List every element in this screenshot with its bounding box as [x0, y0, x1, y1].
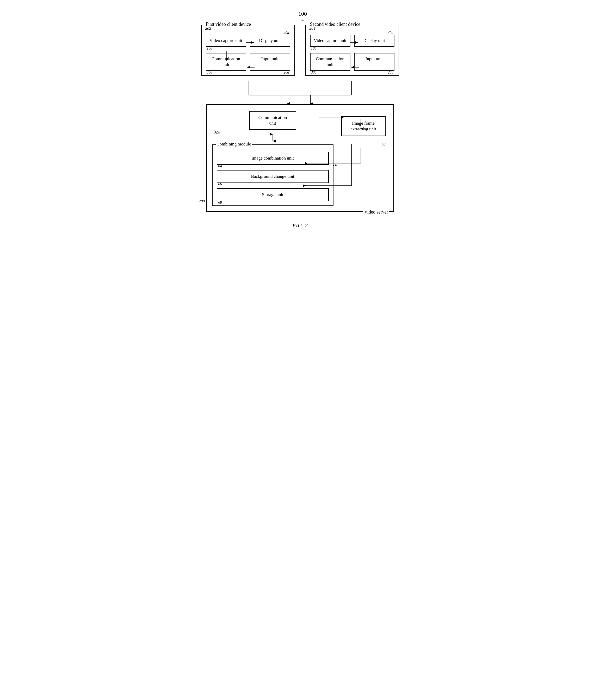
client-box-first: First video client device 202 Video capt…	[201, 25, 295, 75]
num-30b: 30b	[311, 70, 316, 75]
video-capture-a: Video capture unit 10a	[206, 35, 246, 47]
double-arrow-svg	[270, 134, 276, 142]
image-frame-unit: Image frame extracting unit	[341, 116, 386, 136]
client-box-second: Second video client device 204 Video cap…	[305, 25, 399, 75]
server-title: Video server	[363, 209, 389, 215]
comm-b: Communication unit 30b	[310, 53, 350, 71]
client1-ref-num: 202	[205, 26, 211, 31]
client2-ref-num: 204	[310, 26, 315, 31]
num-68: 68	[218, 200, 222, 205]
video-capture-b: Video capture unit 10b	[310, 35, 350, 47]
num-30a: 30a	[207, 70, 212, 75]
connector-svg	[201, 81, 399, 104]
num-66: 66	[218, 182, 222, 187]
num-20b: 20b	[388, 70, 393, 75]
num-20a: 20a	[284, 70, 289, 75]
server-inner: Communication unit 30s	[212, 111, 388, 206]
num-10a: 10a	[207, 46, 212, 51]
top-reference: 100 ~	[298, 10, 307, 23]
combining-title: Combining module	[216, 142, 252, 147]
fig-label: FIG. 2	[292, 222, 308, 229]
num-40a: 40a	[284, 30, 289, 35]
combining-inner: Image combination unit 64 Background cha…	[217, 152, 329, 201]
diagram-container: 100 ~ First video client device 202 Vide…	[188, 10, 412, 229]
storage-unit: Storage unit 68	[217, 188, 329, 201]
display-b: Display unit 40b	[354, 35, 394, 47]
input-b: Input unit 20b	[354, 53, 394, 71]
server-left: Communication unit 30s	[212, 111, 334, 206]
num-60: 60	[334, 163, 337, 167]
num-64: 64	[218, 164, 222, 169]
background-change-unit: Background change unit 66	[217, 170, 329, 183]
server-comm-num: 30s	[215, 131, 219, 135]
client1-title: First video client device	[205, 22, 252, 27]
server-box: Video server 200 Communication unit 30s	[206, 104, 394, 212]
input-a: Input unit 20a	[250, 53, 290, 71]
num-10b: 10b	[311, 46, 316, 51]
server-right: Image frame extracting unit 50 60	[339, 111, 388, 136]
connector-section	[201, 81, 399, 104]
num-50: 50	[382, 142, 386, 147]
image-combination-unit: Image combination unit 64	[217, 152, 329, 165]
client2-title: Second video client device	[309, 22, 361, 27]
server-comm-unit: Communication unit	[249, 111, 296, 130]
clients-row: First video client device 202 Video capt…	[188, 25, 412, 75]
num-40b: 40b	[388, 30, 393, 35]
comm-a: Communication unit 30a	[206, 53, 246, 71]
combining-module: Combining module Image combination unit …	[212, 145, 334, 206]
server-ref-num: 200	[199, 199, 205, 203]
display-a: Display unit 40a	[250, 35, 290, 47]
